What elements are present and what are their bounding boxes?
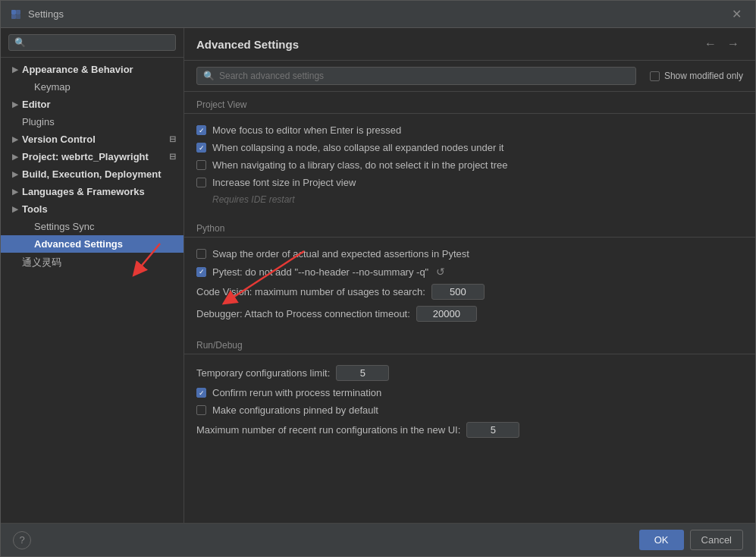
increase-font-label: Increase font size in Project view [212,177,356,188]
setting-pinned-config: Make configurations pinned by default [196,401,743,419]
confirm-rerun-label: Confirm rerun with process termination [212,387,381,398]
debugger-timeout-label: Debugger: Attach to Process connection t… [196,308,410,319]
sidebar-item-label: Tools [22,203,48,215]
settings-search-input[interactable] [219,71,629,81]
repo-icon: ⊟ [169,134,176,144]
back-button[interactable]: ← [701,36,720,52]
sidebar-item-label: Plugins [22,116,55,127]
pinned-config-checkbox[interactable] [196,405,206,415]
settings-content: Project View Move focus to editor when E… [184,92,755,523]
swap-assertions-checkbox[interactable] [196,249,206,259]
sidebar-item-label: Languages & Frameworks [22,186,145,197]
setting-pytest-no-header: Pytest: do not add "--no-header --no-sum… [196,263,743,281]
sidebar-item-advanced-settings[interactable]: Advanced Settings [1,235,184,253]
confirm-rerun-checkbox[interactable] [196,388,206,398]
setting-temp-config-limit: Temporary configurations limit: [196,362,743,384]
code-vision-input[interactable] [431,284,485,300]
debugger-timeout-input[interactable] [416,306,477,322]
sidebar-item-label: Project: webrtc_Playwright [22,151,149,162]
pytest-checkbox[interactable] [196,267,206,277]
section-project-view: Project View [184,92,755,114]
move-focus-label: Move focus to editor when Enter is press… [212,124,401,136]
chevron-icon: ▶ [10,205,20,213]
temp-config-input[interactable] [336,365,389,381]
cancel-button[interactable]: Cancel [690,530,743,550]
chevron-icon: ▶ [10,65,20,74]
bottom-bar: ? OK Cancel [1,523,755,556]
sidebar-item-project[interactable]: ▶ Project: webrtc_Playwright ⊟ [1,148,184,165]
python-group: Swap the order of actual and expected as… [184,242,755,332]
sidebar-search-inner: 🔍 [8,34,176,51]
max-recent-input[interactable] [466,422,519,438]
repo-icon2: ⊟ [169,152,176,162]
move-focus-checkbox[interactable] [196,125,206,135]
svg-rect-3 [16,14,20,19]
chevron-icon: ▶ [10,100,20,109]
sidebar-item-plugins[interactable]: Plugins [1,113,184,131]
requires-restart-label: Requires IDE restart [196,194,295,205]
main-content: 🔍 ▶ Appearance & Behavior Keymap ▶ Edito… [1,28,755,523]
sidebar-item-label: 通义灵码 [22,256,61,269]
title-bar: Settings ✕ [1,1,755,28]
help-button[interactable]: ? [13,531,31,549]
settings-dialog: Settings ✕ 🔍 ▶ Appearance & Behavior Key… [0,0,756,557]
setting-increase-font: Increase font size in Project view [196,174,743,191]
sidebar-search-input[interactable] [29,37,170,48]
sidebar-item-label: Version Control [22,134,96,145]
section-run-debug: Run/Debug [184,332,755,354]
sidebar-item-languages[interactable]: ▶ Languages & Frameworks [1,183,184,200]
sidebar-item-keymap[interactable]: Keymap [1,78,184,96]
search-bar-row: 🔍 Show modified only [184,61,755,92]
window-title: Settings [28,8,727,20]
setting-navigate-library: When navigating to a library class, do n… [196,156,743,174]
setting-requires-restart: Requires IDE restart [196,191,743,208]
svg-rect-0 [11,10,16,14]
sidebar-item-label: Keymap [34,81,71,93]
ok-button[interactable]: OK [639,530,684,550]
sidebar-item-build[interactable]: ▶ Build, Execution, Deployment [1,165,184,183]
chevron-icon: ▶ [10,170,20,178]
right-panel: Advanced Settings ← → 🔍 Show modified on… [184,28,755,523]
sidebar-item-tools[interactable]: ▶ Tools [1,200,184,218]
sidebar-item-editor[interactable]: ▶ Editor [1,96,184,113]
temp-config-label: Temporary configurations limit: [196,367,330,379]
sidebar-item-label: Editor [22,99,51,110]
sidebar-items-list: ▶ Appearance & Behavior Keymap ▶ Editor … [1,58,184,523]
sidebar-item-version-control[interactable]: ▶ Version Control ⊟ [1,131,184,148]
forward-button[interactable]: → [723,36,743,52]
nav-arrows: ← → [701,36,743,52]
setting-move-focus: Move focus to editor when Enter is press… [196,121,743,139]
pinned-config-label: Make configurations pinned by default [212,404,378,416]
setting-collapse-nodes: When collapsing a node, also collapse al… [196,139,743,156]
sidebar-search-container: 🔍 [1,28,184,58]
sidebar-item-label: Appearance & Behavior [22,64,133,75]
sidebar-item-label: Settings Sync [34,221,95,232]
panel-title: Advanced Settings [196,38,701,51]
panel-header: Advanced Settings ← → [184,28,755,61]
chevron-icon: ▶ [10,135,20,143]
setting-confirm-rerun: Confirm rerun with process termination [196,384,743,401]
reset-icon[interactable]: ↺ [436,266,445,278]
swap-assertions-label: Swap the order of actual and expected as… [212,248,469,260]
sidebar-item-appearance-behavior[interactable]: ▶ Appearance & Behavior [1,61,184,78]
sidebar-search-icon: 🔍 [14,37,26,48]
sidebar-item-custom-code[interactable]: 通义灵码 [1,253,184,272]
setting-swap-assertions: Swap the order of actual and expected as… [196,245,743,263]
code-vision-label: Code Vision: maximum number of usages to… [196,286,425,297]
show-modified-checkbox[interactable] [650,71,660,81]
chevron-icon: ▶ [10,187,20,196]
collapse-nodes-label: When collapsing a node, also collapse al… [212,142,503,153]
max-recent-label: Maximum number of recent run configurati… [196,424,460,436]
chevron-icon: ▶ [10,153,20,161]
sidebar-item-settings-sync[interactable]: Settings Sync [1,218,184,235]
increase-font-checkbox[interactable] [196,178,206,187]
section-python: Python [184,216,755,238]
show-modified-row: Show modified only [650,71,743,81]
settings-search: 🔍 [196,67,636,85]
setting-debugger-timeout: Debugger: Attach to Process connection t… [196,303,743,325]
close-button[interactable]: ✕ [727,5,746,23]
search-icon: 🔍 [203,71,215,81]
sidebar: 🔍 ▶ Appearance & Behavior Keymap ▶ Edito… [1,28,184,523]
navigate-library-checkbox[interactable] [196,160,206,170]
collapse-nodes-checkbox[interactable] [196,143,206,153]
